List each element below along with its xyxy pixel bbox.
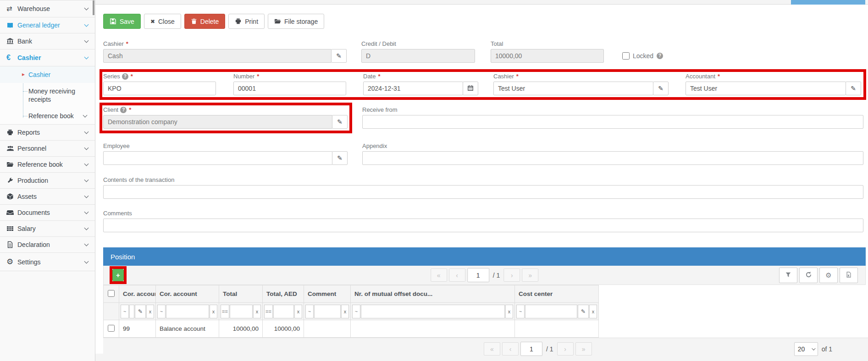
select-all-checkbox[interactable]	[108, 290, 115, 297]
filter-button[interactable]	[779, 268, 797, 283]
top-right-tab[interactable]	[791, 0, 865, 5]
page-size-select[interactable]: 20	[794, 342, 818, 356]
sidebar-item-warehouse[interactable]: ⇄ Warehouse	[0, 0, 95, 17]
sidebar-item-production[interactable]: Production	[0, 173, 95, 189]
comments-input[interactable]	[103, 219, 863, 232]
filter-input-total[interactable]	[230, 305, 253, 318]
prev-page-button[interactable]: ‹	[502, 342, 519, 356]
receive-from-label: Receive from	[362, 106, 863, 113]
table-data-row[interactable]: 99 Balance account 10000,00 10000,00	[104, 320, 599, 338]
file-storage-button[interactable]: File storage	[268, 14, 324, 29]
close-button[interactable]: ✖ Close	[144, 14, 181, 29]
position-panel: Position + « ‹ / 1 › »	[103, 247, 866, 338]
grid-settings-button[interactable]: ⚙	[819, 268, 838, 283]
position-toolbar: + « ‹ / 1 › »	[103, 266, 866, 285]
sidebar-scrollbar-thumb[interactable]	[93, 0, 94, 15]
sidebar-item-reference-book[interactable]: Reference book	[0, 157, 95, 173]
help-icon[interactable]: ?	[657, 53, 663, 59]
sidebar-item-bank[interactable]: Bank	[0, 33, 95, 49]
col-header-cost-center[interactable]: Cost center	[515, 285, 599, 303]
filter-clear-button[interactable]: x	[294, 305, 302, 318]
help-icon[interactable]: ?	[122, 73, 128, 80]
col-header-total[interactable]: Total	[219, 285, 263, 303]
sidebar-item-assets[interactable]: Assets	[0, 189, 95, 205]
client-edit-pencil-button[interactable]: ✎	[332, 115, 348, 129]
submenu-item-reference-book[interactable]: Reference book	[0, 108, 95, 124]
sidebar-item-general-ledger[interactable]: General ledger	[0, 17, 95, 33]
col-header-cor-account-name[interactable]: Cor. account	[156, 285, 219, 303]
accountant-input[interactable]	[686, 82, 846, 95]
cashier-top-edit-pencil-button[interactable]: ✎	[331, 49, 347, 63]
delete-button[interactable]: Delete	[184, 14, 225, 29]
filter-input-cost-center[interactable]	[525, 305, 577, 318]
last-page-button[interactable]: »	[575, 342, 592, 356]
filter-input-total-aed[interactable]	[273, 305, 294, 318]
filter-op-button[interactable]: ~	[121, 305, 129, 318]
print-button[interactable]: Print	[228, 14, 265, 29]
filter-input-cor-account-name[interactable]	[166, 305, 209, 318]
credit-debit-label: Credit / Debit	[361, 40, 475, 47]
submenu-item-cashier[interactable]: ▸ Cashier	[0, 66, 95, 83]
filter-clear-button[interactable]: x	[341, 305, 349, 318]
employee-input[interactable]	[103, 151, 332, 165]
filter-clear-button[interactable]: x	[146, 305, 154, 318]
appendix-input[interactable]	[362, 151, 863, 165]
filter-pencil-button[interactable]: ✎	[135, 305, 146, 318]
employee-edit-pencil-button[interactable]: ✎	[332, 151, 348, 165]
date-calendar-button[interactable]	[463, 82, 478, 95]
cashier-edit-pencil-button[interactable]: ✎	[653, 82, 669, 95]
help-icon[interactable]: ?	[120, 107, 127, 113]
sidebar-item-salary[interactable]: Salary	[0, 221, 95, 237]
sidebar-item-reports[interactable]: Reports	[0, 125, 95, 141]
receive-from-input[interactable]	[362, 115, 863, 129]
number-input[interactable]	[233, 82, 346, 95]
table-header-row: Cor. account Cor. account Total Total, A…	[104, 285, 599, 303]
export-excel-button[interactable]	[840, 268, 858, 283]
current-page-input[interactable]	[520, 342, 542, 356]
gears-icon: ⚙	[6, 257, 17, 267]
refresh-button[interactable]	[799, 268, 818, 283]
col-header-cor-account[interactable]: Cor. account	[119, 285, 156, 303]
filter-input-comment[interactable]	[314, 305, 341, 318]
filter-clear-button[interactable]: x	[505, 305, 513, 318]
sidebar-item-documents[interactable]: Documents	[0, 205, 95, 221]
sidebar-item-cashier[interactable]: € Cashier	[0, 49, 95, 66]
prev-page-button[interactable]: ‹	[449, 268, 465, 282]
date-input[interactable]	[363, 82, 463, 95]
cashier-input[interactable]	[493, 82, 653, 95]
first-page-button[interactable]: «	[484, 342, 500, 356]
add-row-button[interactable]: +	[112, 269, 124, 281]
filter-clear-button[interactable]: x	[253, 305, 261, 318]
locked-checkbox[interactable]	[622, 52, 630, 60]
next-page-button[interactable]: ›	[557, 342, 574, 356]
submenu-item-money-receiving-receipts[interactable]: Money receiving receipts	[0, 83, 95, 108]
filter-op-button[interactable]: ==	[221, 305, 229, 318]
filter-input-cor-account[interactable]	[129, 305, 134, 318]
filter-pencil-button[interactable]: ✎	[578, 305, 589, 318]
sidebar-item-settings[interactable]: ⚙ Settings	[0, 253, 95, 271]
next-page-button[interactable]: ›	[503, 268, 520, 282]
col-header-offset-doc[interactable]: Nr. of mutual offset docu...	[351, 285, 515, 303]
current-page-input[interactable]	[467, 268, 489, 282]
filter-clear-button[interactable]: x	[210, 305, 217, 318]
filter-clear-button[interactable]: x	[589, 305, 597, 318]
row-checkbox[interactable]	[108, 325, 115, 332]
series-input[interactable]	[103, 82, 216, 95]
filter-op-button[interactable]: ~	[516, 305, 525, 318]
filter-input-offset-doc[interactable]	[361, 305, 505, 318]
filter-op-button[interactable]: ==	[264, 305, 273, 318]
contents-input[interactable]	[103, 185, 863, 199]
sidebar-item-personnel[interactable]: Personnel	[0, 141, 95, 157]
save-button[interactable]: Save	[103, 14, 141, 29]
col-header-total-aed[interactable]: Total, AED	[263, 285, 304, 303]
last-page-button[interactable]: »	[522, 268, 538, 282]
accountant-edit-pencil-button[interactable]: ✎	[846, 82, 861, 95]
print-icon	[235, 18, 242, 25]
col-header-comment[interactable]: Comment	[304, 285, 351, 303]
filter-op-button[interactable]: ~	[352, 305, 360, 318]
first-page-button[interactable]: «	[431, 268, 447, 282]
sidebar-item-declaration[interactable]: Declaration	[0, 237, 95, 253]
chevron-down-icon	[84, 22, 89, 27]
filter-op-button[interactable]: ~	[157, 305, 166, 318]
filter-op-button[interactable]: ~	[305, 305, 314, 318]
